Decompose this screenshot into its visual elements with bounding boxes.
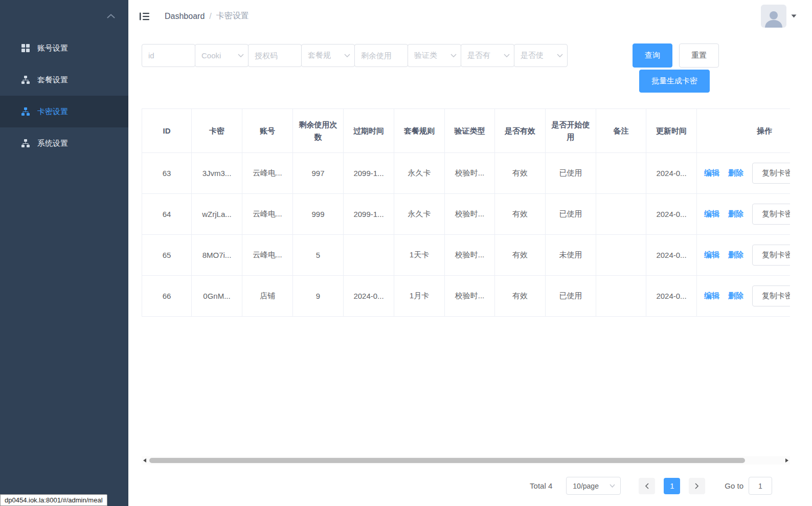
- avatar[interactable]: [761, 5, 786, 28]
- filter-package-rule-select[interactable]: 套餐规: [301, 44, 355, 67]
- cell-account: 云峰电...: [242, 194, 293, 235]
- cell-actions: 编辑删除复制卡密: [697, 194, 791, 235]
- cell-valid: 有效: [495, 153, 546, 194]
- chevron-down-icon: [450, 54, 457, 57]
- app-window: 账号设置 套餐设置 卡密设置 系统设置 dp0454: [0, 0, 812, 506]
- pagination: Total 4 10/page 1 Go to: [142, 477, 772, 495]
- cell-usage: 已使用: [546, 153, 596, 194]
- sidebar-item-label: 账号设置: [37, 43, 68, 53]
- cell-expire: 2024-0...: [344, 276, 394, 317]
- copy-cardkey-button[interactable]: 复制卡密: [752, 245, 790, 266]
- sidebar-item-label: 套餐设置: [37, 75, 68, 85]
- caret-down-icon[interactable]: [791, 14, 797, 18]
- cell-rule: 永久卡: [394, 153, 445, 194]
- chevron-down-icon: [238, 54, 244, 57]
- column-header-usage: 是否开始使用: [546, 109, 596, 153]
- filter-valid-select[interactable]: 是否有: [461, 44, 514, 67]
- cell-remark: [596, 276, 646, 317]
- sidebar-fold-button[interactable]: [139, 11, 150, 22]
- scroll-right-arrow[interactable]: [784, 456, 790, 465]
- scrollbar-thumb[interactable]: [149, 458, 745, 463]
- copy-cardkey-button[interactable]: 复制卡密: [752, 163, 790, 184]
- cell-expire: 2099-1...: [344, 194, 394, 235]
- goto-label: Go to: [725, 481, 743, 490]
- sidebar-item-cardkey-settings[interactable]: 卡密设置: [0, 96, 128, 127]
- column-header-rule: 套餐规则: [394, 109, 445, 153]
- filter-usage-select[interactable]: 是否使: [514, 44, 568, 67]
- cell-id: 63: [142, 153, 192, 194]
- cell-cardkey: 0GnM...: [192, 276, 242, 317]
- cell-cardkey: 8MO7i...: [192, 235, 242, 276]
- chevron-down-icon: [344, 54, 350, 57]
- cell-usage: 已使用: [546, 194, 596, 235]
- filter-authcode-input[interactable]: [248, 44, 302, 67]
- status-url-tooltip: dp0454.iok.la:8001/#/admin/meal: [0, 494, 107, 506]
- edit-link[interactable]: 编辑: [704, 168, 719, 177]
- cell-actions: 编辑删除复制卡密: [697, 153, 791, 194]
- table-row: 63 3Jvm3... 云峰电... 997 2099-1... 永久卡 校验时…: [142, 153, 791, 194]
- query-button[interactable]: 查询: [633, 43, 672, 68]
- copy-cardkey-button[interactable]: 复制卡密: [752, 204, 790, 225]
- filter-cookie-select[interactable]: Cooki: [195, 44, 249, 67]
- delete-link[interactable]: 删除: [728, 209, 743, 218]
- filter-verify-type-select[interactable]: 验证类: [408, 44, 461, 67]
- cell-cardkey: 3Jvm3...: [192, 153, 242, 194]
- breadcrumb: Dashboard / 卡密设置: [165, 11, 249, 21]
- column-header-verify: 验证类型: [445, 109, 495, 153]
- sidebar-menu: 账号设置 套餐设置 卡密设置 系统设置: [0, 32, 128, 159]
- cell-remark: [596, 235, 646, 276]
- cell-remaining: 9: [293, 276, 344, 317]
- copy-cardkey-button[interactable]: 复制卡密: [752, 285, 790, 306]
- filter-actions: 查询 重置: [633, 43, 719, 68]
- filter-remaining-uses-input[interactable]: [354, 44, 408, 67]
- edit-link[interactable]: 编辑: [704, 291, 719, 300]
- sidebar-item-label: 卡密设置: [37, 107, 68, 117]
- table-header-row: ID 卡密 账号 剩余使用次数 过期时间 套餐规则 验证类型 是否有效 是否开始…: [142, 109, 791, 153]
- scroll-left-arrow[interactable]: [142, 456, 148, 465]
- sidebar-collapse-button[interactable]: [0, 0, 128, 32]
- filter-bar: Cooki 套餐规 验证类 是否有 是否使: [142, 43, 790, 68]
- cell-remaining: 999: [293, 194, 344, 235]
- cell-rule: 1天卡: [394, 235, 445, 276]
- column-header-valid: 是否有效: [495, 109, 546, 153]
- cell-valid: 有效: [495, 235, 546, 276]
- table-row: 64 wZrjLa... 云峰电... 999 2099-1... 永久卡 校验…: [142, 194, 791, 235]
- cell-id: 64: [142, 194, 192, 235]
- table-row: 65 8MO7i... 云峰电... 5 1天卡 校验时... 有效 未使用 2…: [142, 235, 791, 276]
- edit-link[interactable]: 编辑: [704, 209, 719, 218]
- cell-updated: 2024-0...: [646, 276, 697, 317]
- edit-link[interactable]: 编辑: [704, 250, 719, 259]
- scrollbar-track[interactable]: [148, 456, 784, 465]
- goto-page-input[interactable]: [749, 477, 772, 495]
- reset-button[interactable]: 重置: [679, 43, 719, 68]
- cell-account: 店铺: [242, 276, 293, 317]
- column-header-updated: 更新时间: [646, 109, 697, 153]
- chevron-right-icon: [695, 483, 699, 489]
- delete-link[interactable]: 删除: [728, 168, 743, 177]
- chevron-up-icon: [107, 14, 115, 18]
- cell-id: 65: [142, 235, 192, 276]
- sidebar-item-package-settings[interactable]: 套餐设置: [0, 64, 128, 96]
- sitemap-icon: [21, 76, 30, 84]
- breadcrumb-dashboard-link[interactable]: Dashboard: [165, 12, 205, 21]
- page-number-button[interactable]: 1: [664, 478, 680, 494]
- batch-generate-button[interactable]: 批量生成卡密: [639, 70, 710, 93]
- prev-page-button[interactable]: [639, 478, 655, 494]
- cell-id: 66: [142, 276, 192, 317]
- delete-link[interactable]: 删除: [728, 291, 743, 300]
- delete-link[interactable]: 删除: [728, 250, 743, 259]
- page-size-select[interactable]: 10/page: [566, 477, 621, 495]
- column-header-expire: 过期时间: [344, 109, 394, 153]
- horizontal-scrollbar[interactable]: [142, 456, 790, 465]
- sidebar-item-account-settings[interactable]: 账号设置: [0, 32, 128, 64]
- cell-remark: [596, 194, 646, 235]
- cell-updated: 2024-0...: [646, 153, 697, 194]
- next-page-button[interactable]: [689, 478, 705, 494]
- content: Cooki 套餐规 验证类 是否有 是否使: [128, 32, 812, 506]
- cell-remark: [596, 153, 646, 194]
- user-avatar-icon: [765, 9, 782, 28]
- filter-id-input[interactable]: [142, 44, 195, 67]
- cell-rule: 永久卡: [394, 194, 445, 235]
- sitemap-icon: [21, 139, 30, 147]
- sidebar-item-system-settings[interactable]: 系统设置: [0, 127, 128, 159]
